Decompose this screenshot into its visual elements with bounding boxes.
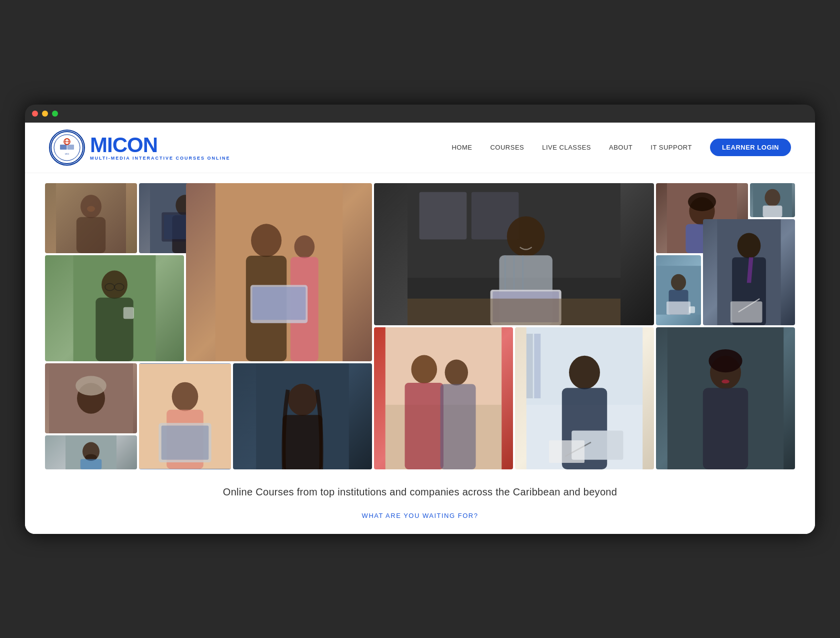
nav-it-support[interactable]: IT SUPPORT bbox=[650, 144, 692, 151]
svg-point-28 bbox=[294, 235, 315, 258]
photo-man-laptop-table bbox=[656, 255, 701, 325]
svg-point-94 bbox=[708, 349, 742, 372]
svg-point-79 bbox=[411, 355, 437, 383]
svg-rect-86 bbox=[534, 333, 540, 398]
svg-rect-91 bbox=[549, 440, 584, 462]
tagline-text: Online Courses from top institutions and… bbox=[45, 486, 795, 498]
svg-rect-46 bbox=[80, 459, 102, 469]
svg-point-87 bbox=[569, 355, 600, 389]
photo-couple-smiling bbox=[374, 327, 513, 469]
svg-rect-69 bbox=[666, 301, 690, 314]
nav-about[interactable]: ABOUT bbox=[609, 144, 632, 151]
svg-point-67 bbox=[671, 274, 686, 290]
photo-woman-hat bbox=[45, 363, 137, 433]
svg-point-72 bbox=[738, 233, 761, 258]
collage-section bbox=[25, 173, 815, 474]
svg-point-26 bbox=[251, 224, 282, 257]
cta-section: WHAT ARE YOU WAITING FOR? bbox=[25, 506, 815, 534]
svg-rect-76 bbox=[730, 301, 762, 322]
svg-point-42 bbox=[76, 376, 106, 395]
fullscreen-icon[interactable] bbox=[52, 111, 58, 117]
page-content: UCC MICON MULTI-MEDIA INTERACTIVE COURSE… bbox=[25, 123, 815, 534]
photo-woman-portrait-2 bbox=[750, 183, 795, 217]
logo-area: UCC MICON MULTI-MEDIA INTERACTIVE COURSE… bbox=[49, 130, 230, 166]
logo-text: MICON MULTI-MEDIA INTERACTIVE COURSES ON… bbox=[90, 135, 230, 161]
brand-name: MICON bbox=[90, 135, 230, 156]
svg-rect-82 bbox=[440, 384, 476, 469]
photo-man-suit-writing bbox=[703, 219, 795, 325]
nav-home[interactable]: HOME bbox=[452, 144, 472, 151]
svg-rect-85 bbox=[526, 333, 533, 398]
svg-rect-49 bbox=[420, 192, 467, 239]
photo-woman-tablet bbox=[139, 363, 231, 469]
photo-family-laptop bbox=[186, 183, 372, 361]
svg-point-12 bbox=[87, 206, 95, 212]
svg-rect-31 bbox=[252, 287, 306, 320]
seal-svg: UCC bbox=[50, 131, 84, 165]
nav-courses[interactable]: COURSES bbox=[490, 144, 524, 151]
close-icon[interactable] bbox=[32, 111, 38, 117]
tagline-section: Online Courses from top institutions and… bbox=[25, 474, 815, 506]
photo-man-coffee bbox=[45, 255, 184, 361]
svg-rect-39 bbox=[282, 415, 322, 469]
svg-rect-3 bbox=[67, 145, 74, 150]
learner-login-button[interactable]: LEARNER LOGIN bbox=[710, 139, 791, 156]
browser-chrome bbox=[25, 105, 815, 123]
svg-point-96 bbox=[722, 379, 729, 383]
svg-rect-36 bbox=[162, 425, 209, 459]
svg-rect-11 bbox=[76, 217, 106, 253]
svg-point-38 bbox=[288, 384, 317, 416]
svg-rect-95 bbox=[703, 388, 748, 469]
collage-grid bbox=[45, 183, 795, 469]
photo-woman-side-portrait bbox=[656, 327, 795, 469]
brand-subtitle: MULTI-MEDIA INTERACTIVE COURSES ONLINE bbox=[90, 156, 230, 161]
university-seal: UCC bbox=[49, 130, 85, 166]
svg-rect-21 bbox=[124, 307, 134, 319]
svg-text:UCC: UCC bbox=[65, 153, 70, 155]
site-header: UCC MICON MULTI-MEDIA INTERACTIVE COURSE… bbox=[25, 123, 815, 173]
cta-link[interactable]: WHAT ARE YOU WAITING FOR? bbox=[362, 512, 478, 519]
photo-woman-desk-laptop bbox=[374, 183, 654, 325]
svg-rect-65 bbox=[763, 205, 782, 217]
browser-frame: UCC MICON MULTI-MEDIA INTERACTIVE COURSE… bbox=[25, 105, 815, 534]
svg-point-62 bbox=[688, 192, 716, 211]
svg-point-51 bbox=[507, 216, 545, 256]
svg-point-81 bbox=[445, 359, 468, 385]
svg-rect-58 bbox=[408, 298, 620, 325]
photo-man-smiling bbox=[45, 183, 137, 253]
nav-live-classes[interactable]: LIVE CLASSES bbox=[542, 144, 591, 151]
photo-man-beard bbox=[45, 435, 137, 469]
main-nav: HOME COURSES LIVE CLASSES ABOUT IT SUPPO… bbox=[452, 139, 791, 156]
svg-point-33 bbox=[172, 382, 198, 411]
svg-rect-80 bbox=[405, 383, 444, 469]
svg-rect-2 bbox=[60, 145, 67, 150]
photo-woman-braids bbox=[233, 363, 372, 469]
svg-point-64 bbox=[764, 189, 780, 206]
minimize-icon[interactable] bbox=[42, 111, 48, 117]
photo-man-writing-desk bbox=[515, 327, 654, 469]
svg-rect-70 bbox=[689, 306, 695, 313]
collage-grid-wrapper bbox=[45, 183, 795, 469]
svg-point-19 bbox=[102, 270, 128, 299]
